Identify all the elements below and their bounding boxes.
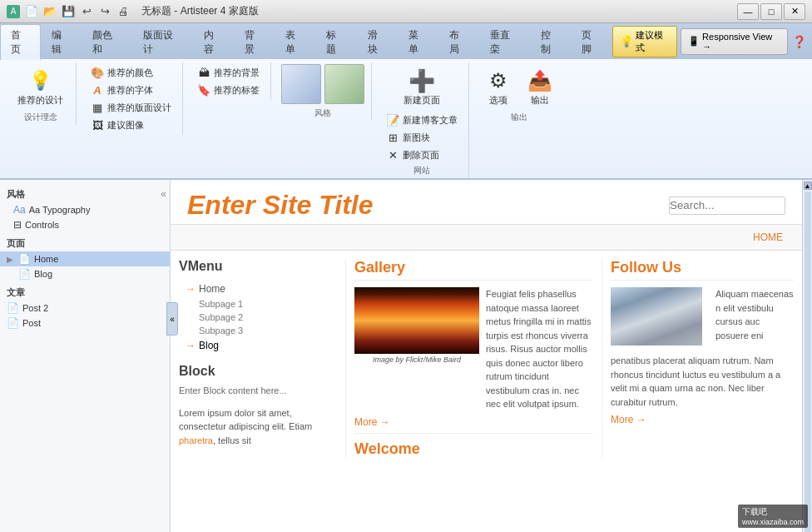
sidebar-typography[interactable]: Aa Aa Typography xyxy=(0,202,170,217)
responsive-view-button[interactable]: 📱 Responsive View → xyxy=(681,28,788,55)
close-button[interactable]: ✕ xyxy=(784,3,805,20)
recommend-design-icon: 💡 xyxy=(27,67,54,94)
tab-background[interactable]: 背景 xyxy=(234,24,275,60)
site-title[interactable]: Enter Site Title xyxy=(187,190,373,221)
tab-slider[interactable]: 滑块 xyxy=(357,24,398,60)
open-button[interactable]: 📂 xyxy=(42,3,58,20)
font-icon: A xyxy=(91,83,104,97)
vmenu-home[interactable]: →Home xyxy=(179,281,337,297)
recommend-font-button[interactable]: A 推荐的字体 xyxy=(87,82,176,98)
title-bar: A 📄 📂 💾 ↩ ↪ 🖨 无标题 - Artisteer 4 家庭版 — □ … xyxy=(0,0,812,23)
gallery-title: Gallery xyxy=(354,259,593,281)
block-icon: ⊞ xyxy=(386,131,399,144)
follow-text: Aliquam maecenas n elit vestibulu cursus… xyxy=(715,287,794,349)
vmenu-sub1[interactable]: Subpage 1 xyxy=(179,297,337,311)
welcome-title: Welcome xyxy=(354,433,593,458)
tab-layout2[interactable]: 布局 xyxy=(438,24,479,60)
tab-edit[interactable]: 编辑 xyxy=(41,24,82,60)
tab-control[interactable]: 控制 xyxy=(530,24,571,60)
style-section-collapse[interactable]: « xyxy=(161,188,166,200)
content-area[interactable]: Enter Site Title HOME VMenu →Home Subpag… xyxy=(171,180,802,532)
export-icon: 📤 xyxy=(527,67,553,94)
follow-image xyxy=(611,287,702,346)
new-page-button[interactable]: ➕ 新建页面 xyxy=(398,64,446,110)
redo-button[interactable]: ↪ xyxy=(97,3,113,20)
site-search-input[interactable] xyxy=(669,196,785,215)
tab-footer[interactable]: 页脚 xyxy=(571,24,611,60)
print-button[interactable]: 🖨 xyxy=(115,3,131,20)
new-block-button[interactable]: ⊞ 新图块 xyxy=(382,129,462,146)
vmenu-sub3[interactable]: Subpage 3 xyxy=(179,324,337,337)
ribbon-area: 首页 编辑 颜色和 版面设计 内容 背景 表单 标题 滑块 菜单 布局 垂直栾 … xyxy=(0,23,812,180)
gallery-content: Image by Flickr/Mike Baird Feugiat felis… xyxy=(354,287,593,411)
recommend-bg-button[interactable]: 🏔 推荐的背景 xyxy=(193,64,264,81)
watermark-text: 下载吧 xyxy=(742,506,804,518)
lorem-link[interactable]: pharetra xyxy=(179,435,213,445)
nav-home[interactable]: HOME xyxy=(742,228,794,246)
scrollbar-area: ▲ ▼ xyxy=(802,180,812,532)
maximize-button[interactable]: □ xyxy=(760,3,782,20)
tab-content[interactable]: 内容 xyxy=(193,24,234,60)
sidebar-controls[interactable]: ⊟ Controls xyxy=(0,217,170,232)
delete-page-button[interactable]: ✕ 删除页面 xyxy=(382,147,462,163)
sidebar-toggle-button[interactable]: « xyxy=(166,302,178,336)
site-col-right: Follow Us Aliquam maecenas n elit vestib… xyxy=(602,259,794,458)
tab-colors[interactable]: 颜色和 xyxy=(82,24,132,60)
home-doc-icon: 📄 xyxy=(18,253,31,265)
gallery-image[interactable] xyxy=(354,287,479,354)
layout-icon: ▦ xyxy=(91,101,104,114)
help-button[interactable]: ❓ xyxy=(791,33,807,50)
sidebar-item-post2[interactable]: 📄 Post 2 xyxy=(0,301,170,316)
recommend-ideas-button[interactable]: 🖼 建议图像 xyxy=(87,117,176,133)
website-group-label: 网站 xyxy=(413,165,430,177)
scroll-up-button[interactable]: ▲ xyxy=(804,181,812,190)
new-page-icon: ➕ xyxy=(408,67,435,94)
tab-titles[interactable]: 标题 xyxy=(315,24,356,60)
vmenu-sub2[interactable]: Subpage 2 xyxy=(179,311,337,324)
minimize-button[interactable]: — xyxy=(737,3,759,20)
sidebar-item-post[interactable]: 📄 Post xyxy=(0,316,170,331)
sidebar-item-home[interactable]: ▶ 📄 Home xyxy=(0,251,170,266)
ribbon-content: 💡 推荐的设计 设计理念 🎨 推荐的颜色 A 推荐的字体 ▦ 推荐的版面设计 xyxy=(0,59,812,180)
suggest-mode-button[interactable]: 💡 建议模式 xyxy=(612,26,677,57)
tab-home[interactable]: 首页 xyxy=(0,24,41,60)
pages-section-header: 页面 xyxy=(0,232,170,251)
delete-icon: ✕ xyxy=(386,148,399,162)
block-title: Block xyxy=(179,364,337,379)
bg-small-group: 🏔 推荐的背景 🔖 推荐的标签 xyxy=(193,64,264,98)
scroll-thumb[interactable] xyxy=(805,191,811,532)
save-button[interactable]: 💾 xyxy=(60,3,77,20)
site-header: Enter Site Title xyxy=(171,180,802,225)
new-button[interactable]: 📄 xyxy=(23,3,40,20)
sidebar-item-blog[interactable]: 📄 Blog xyxy=(0,266,170,281)
tab-layout[interactable]: 版面设计 xyxy=(132,24,192,60)
tab-menu[interactable]: 菜单 xyxy=(398,24,438,60)
site-nav: HOME xyxy=(171,225,802,251)
ribbon-group-pages: ➕ 新建页面 📝 新建博客文章 ⊞ 新图块 ✕ 删除页面 网站 xyxy=(375,62,469,178)
ribbon-group-colors: 🎨 推荐的颜色 A 推荐的字体 ▦ 推荐的版面设计 🖼 建议图像 xyxy=(80,62,183,135)
design-ideas-label: 设计理念 xyxy=(24,112,57,123)
style-group-label: 风格 xyxy=(314,107,331,119)
ribbon-group-style: 风格 xyxy=(275,62,372,121)
tab-vertical[interactable]: 垂直栾 xyxy=(479,24,530,60)
follow-more-link[interactable]: More → xyxy=(611,414,794,425)
new-article-button[interactable]: 📝 新建博客文章 xyxy=(382,112,462,128)
tab-forms[interactable]: 表单 xyxy=(275,24,315,60)
block-content: Enter Block content here... xyxy=(179,384,337,398)
preview-wrapper: Enter Site Title HOME VMenu →Home Subpag… xyxy=(171,180,802,532)
colors-icon: 🎨 xyxy=(91,66,104,79)
undo-button[interactable]: ↩ xyxy=(78,3,95,20)
vmenu-blog[interactable]: →Blog xyxy=(179,337,337,354)
export-button[interactable]: 📤 输出 xyxy=(521,64,559,110)
recommend-design-button[interactable]: 💡 推荐的设计 xyxy=(12,64,69,110)
colors-small-group: 🎨 推荐的颜色 A 推荐的字体 ▦ 推荐的版面设计 🖼 建议图像 xyxy=(87,64,176,133)
style-swatch-1[interactable] xyxy=(281,64,321,104)
title-bar-left: A 📄 📂 💾 ↩ ↪ 🖨 无标题 - Artisteer 4 家庭版 xyxy=(7,3,259,20)
recommend-layout-button[interactable]: ▦ 推荐的版面设计 xyxy=(87,99,176,116)
options-button[interactable]: ⚙ 选项 xyxy=(479,64,517,110)
options-icon: ⚙ xyxy=(485,67,512,94)
recommend-colors-button[interactable]: 🎨 推荐的颜色 xyxy=(87,64,176,81)
recommend-tags-button[interactable]: 🔖 推荐的标签 xyxy=(193,82,264,98)
gallery-more-link[interactable]: More → xyxy=(354,416,593,428)
style-swatch-2[interactable] xyxy=(324,64,364,104)
